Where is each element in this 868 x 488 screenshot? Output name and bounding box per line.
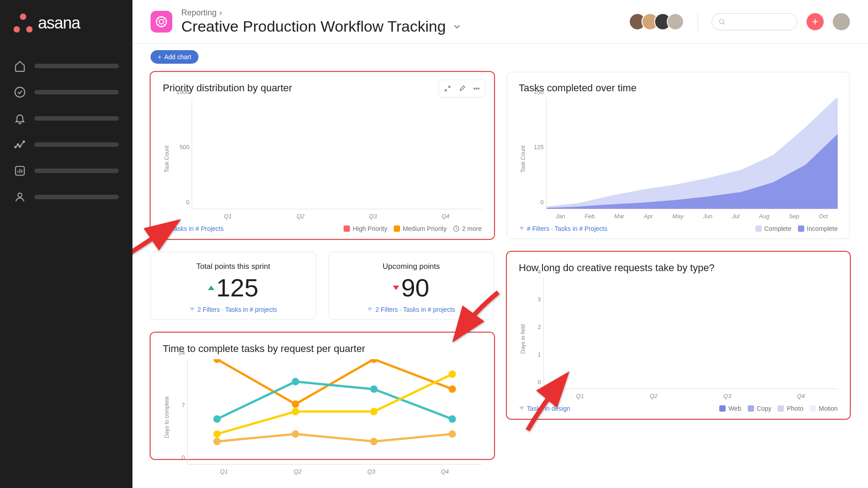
svg-point-6 — [18, 193, 22, 197]
asana-logo-icon — [14, 14, 33, 33]
area-chart — [547, 99, 838, 209]
kpi-upcoming-points: Upcoming points 90 2 Filters · Tasks in … — [329, 252, 494, 320]
filter-link[interactable]: Tasks in # Projects — [163, 225, 224, 232]
dashboard-grid: Priority distribution by quarter Task Co… — [132, 67, 868, 488]
breadcrumb[interactable]: Reporting› — [181, 8, 624, 18]
card-title: Tasks completed over time — [519, 82, 838, 94]
sidebar-item-goals[interactable] — [14, 138, 119, 151]
svg-point-9 — [720, 19, 724, 23]
chevron-right-icon: › — [219, 8, 222, 17]
dashboard-toolbar: +Add chart — [132, 44, 868, 67]
sidebar-item-reporting[interactable] — [14, 164, 119, 177]
kpi-sprint-points: Total points this sprint 125 2 Filters ·… — [151, 252, 316, 320]
edit-icon[interactable] — [455, 83, 469, 94]
chart-card-how-long: How long do creative requests take by ty… — [507, 252, 850, 419]
person-icon — [14, 191, 26, 203]
svg-point-25 — [370, 408, 377, 416]
bar-chart-icon — [14, 164, 26, 177]
trend-down-icon — [393, 286, 399, 290]
filter-link[interactable]: Tasks in design — [519, 405, 571, 412]
y-axis-label: Task Count — [163, 99, 171, 220]
add-chart-button[interactable]: +Add chart — [151, 50, 198, 64]
filter-link[interactable]: 2 Filters · Tasks in # projects — [367, 306, 455, 313]
chart-card-completed: Tasks completed over time Task Count 250… — [507, 72, 850, 239]
svg-point-30 — [448, 430, 456, 438]
svg-point-22 — [448, 415, 456, 423]
svg-point-16 — [292, 400, 299, 408]
svg-point-28 — [292, 430, 299, 438]
sidebar-item-home[interactable] — [14, 60, 119, 72]
svg-point-27 — [213, 438, 221, 446]
svg-point-21 — [370, 385, 377, 393]
svg-point-24 — [292, 408, 299, 416]
user-avatar[interactable] — [833, 13, 850, 30]
bar-chart — [192, 99, 482, 209]
project-icon[interactable] — [151, 11, 172, 33]
sidebar-nav — [0, 51, 132, 212]
sidebar-item-team[interactable] — [14, 191, 119, 203]
svg-point-26 — [448, 371, 456, 378]
card-title: Priority distribution by quarter — [163, 82, 482, 94]
check-circle-icon — [14, 86, 26, 99]
chart-card-priority: Priority distribution by quarter Task Co… — [151, 72, 494, 239]
svg-point-19 — [213, 415, 221, 423]
trend-up-icon — [208, 286, 214, 290]
card-title: How long do creative requests take by ty… — [519, 262, 838, 274]
sidebar: asana — [0, 0, 132, 488]
page-header: Reporting› Creative Production Workflow … — [132, 0, 868, 44]
svg-point-8 — [156, 17, 167, 27]
trend-icon — [14, 138, 26, 151]
svg-point-11 — [476, 88, 477, 89]
svg-point-10 — [474, 88, 475, 89]
member-avatars[interactable] — [633, 13, 684, 30]
brand-logo[interactable]: asana — [0, 14, 132, 51]
svg-point-29 — [370, 438, 377, 446]
svg-point-15 — [213, 359, 221, 363]
sidebar-item-inbox[interactable] — [14, 112, 119, 125]
bar-chart — [544, 278, 838, 389]
add-button[interactable]: + — [807, 13, 824, 30]
svg-point-17 — [370, 359, 377, 363]
page-title: Creative Production Workflow Tracking — [181, 18, 624, 35]
expand-icon[interactable] — [441, 83, 454, 94]
bell-icon — [14, 112, 26, 125]
chart-card-time-complete: Time to complete tasks by request per qu… — [151, 333, 494, 459]
sidebar-item-tasks[interactable] — [14, 86, 119, 99]
svg-point-20 — [292, 378, 299, 385]
brand-name: asana — [38, 14, 80, 33]
card-actions — [439, 80, 486, 98]
card-title: Time to complete tasks by request per qu… — [163, 343, 482, 355]
chevron-down-icon[interactable] — [452, 18, 462, 35]
filter-link[interactable]: # Filters · Tasks in # Projects — [519, 225, 608, 232]
svg-point-12 — [478, 88, 479, 89]
avatar[interactable] — [667, 13, 684, 30]
svg-point-0 — [15, 87, 25, 97]
line-chart — [188, 359, 482, 464]
svg-point-7 — [159, 19, 164, 24]
home-icon — [14, 60, 26, 72]
svg-point-23 — [213, 430, 221, 438]
plus-icon: + — [158, 53, 161, 61]
filter-link[interactable]: 2 Filters · Tasks in # projects — [189, 306, 277, 313]
more-icon[interactable] — [470, 83, 483, 94]
search-input[interactable] — [712, 13, 797, 30]
svg-point-18 — [448, 385, 456, 393]
